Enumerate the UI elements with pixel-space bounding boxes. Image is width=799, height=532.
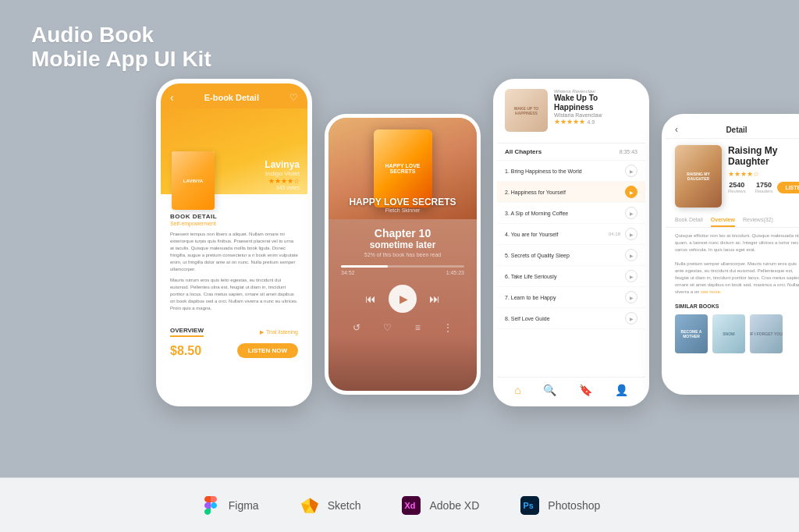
tab-book-detail[interactable]: Book Detail bbox=[675, 214, 703, 227]
trial-listening-btn[interactable]: ▶ Trial listening bbox=[260, 329, 298, 335]
overview-row: OVERVIEW ▶ Trial listening bbox=[170, 327, 298, 337]
chapter-sub: sometime later bbox=[335, 239, 471, 250]
chapter-3-play[interactable]: ▶ bbox=[625, 207, 637, 219]
tab-reviews[interactable]: Reviews(32) bbox=[743, 214, 773, 227]
playback-controls: ⏮ ▶ ⏭ bbox=[328, 280, 477, 317]
chapter-7-play[interactable]: ▶ bbox=[625, 291, 637, 303]
chapter-info: Chapter 10 sometime later 52% of this bo… bbox=[328, 219, 477, 261]
similar-book-1[interactable]: BECOME A MOTHER bbox=[675, 314, 708, 353]
chapter-5-play[interactable]: ▶ bbox=[625, 249, 637, 261]
heart-icon[interactable]: ♡ bbox=[383, 322, 392, 333]
featured-book-image: WAKE UP TO HAPPINESS bbox=[505, 89, 548, 132]
detail-header-title: Detail bbox=[726, 126, 747, 134]
photoshop-tool[interactable]: Ps Photoshop bbox=[518, 494, 600, 517]
figma-icon bbox=[199, 494, 222, 517]
book-description1: Praesent tempus non libero a aliquet. Nu… bbox=[170, 231, 298, 273]
similar-book-2-label: SNOW bbox=[723, 332, 735, 336]
chapter-title: Chapter 10 bbox=[335, 227, 471, 239]
similar-book-3-label: IF I FORGET YOU bbox=[750, 332, 783, 336]
time-current: 34:52 bbox=[341, 270, 355, 275]
sketch-icon bbox=[298, 494, 321, 517]
book-subtitle: Indigo Violet bbox=[265, 170, 300, 177]
loop-icon[interactable]: ↺ bbox=[353, 322, 360, 333]
more-options-icon[interactable]: ⋮ bbox=[795, 124, 799, 135]
detail-book-title: Raising My Daughter bbox=[728, 145, 799, 168]
progress-text: 52% of this book has been read bbox=[335, 252, 471, 257]
book-description2: Mauris rutrum eros quis leito egestas, e… bbox=[170, 277, 298, 312]
chapter-5-name: 5. Secrets of Quality Sleep bbox=[505, 253, 625, 258]
heart-icon[interactable]: ♡ bbox=[289, 92, 298, 103]
chapter-1-play[interactable]: ▶ bbox=[625, 165, 637, 177]
chapter-4-dur: 04:18 bbox=[609, 232, 620, 236]
forward-icon[interactable]: ⏭ bbox=[429, 293, 440, 305]
phone1-header: ‹ E-book Detail ♡ bbox=[161, 83, 307, 108]
chapter-2-play[interactable]: ▶ bbox=[625, 186, 637, 198]
listen-now-button[interactable]: LISTEN NOW bbox=[237, 343, 298, 358]
user-nav-icon[interactable]: 👤 bbox=[615, 384, 628, 396]
rewind-icon[interactable]: ⏮ bbox=[365, 293, 376, 305]
chapter-3-name: 3. A Sip of Morning Coffee bbox=[505, 211, 625, 216]
chapter-6-name: 6. Take Life Seriously bbox=[505, 274, 625, 279]
book-content-section: RAISING MY DAUGHTER Raising My Daughter … bbox=[666, 139, 799, 214]
chapter-item-3[interactable]: 3. A Sip of Morning Coffee ▶ bbox=[497, 203, 645, 224]
bottom-nav: ⌂ 🔍 🔖 👤 bbox=[497, 377, 645, 403]
reviews-label: Reviews bbox=[728, 189, 746, 193]
list-icon[interactable]: ≡ bbox=[415, 322, 421, 333]
chapter-4-name: 4. You are for Yourself bbox=[505, 232, 609, 237]
play-pause-button[interactable]: ▶ bbox=[389, 285, 417, 313]
detail-tabs: Book Detail Overview Reviews(32) bbox=[666, 214, 799, 228]
book-cover-image: LAVINYA bbox=[172, 151, 215, 210]
chapters-total-time: 8:35:43 bbox=[620, 149, 637, 154]
readers-count: 1750 bbox=[755, 181, 773, 189]
playing-book-image: HAPPY LOVE SECRETS bbox=[374, 129, 432, 207]
detail-stars: ★★★★☆ bbox=[728, 170, 799, 178]
adobexd-tool[interactable]: Xd Adobe XD bbox=[400, 494, 479, 517]
book-cover-label: LAVINYA bbox=[182, 177, 204, 185]
playing-book-author: Fletch Skinner bbox=[328, 207, 477, 213]
chapter-item-1[interactable]: 1. Bring Happiness to the World ▶ bbox=[497, 161, 645, 182]
featured-stars: ★★★★★ 4.9 bbox=[554, 118, 637, 126]
book-description: Quisque efficitur non leo at tincidunt. … bbox=[666, 228, 799, 300]
vote-count: 345 votes bbox=[265, 185, 300, 190]
chapter-6-play[interactable]: ▶ bbox=[625, 270, 637, 282]
similar-books-header: SIMILAR BOOKS » bbox=[666, 300, 799, 311]
star-rating: ★★★★☆ bbox=[265, 177, 300, 185]
progress-fill bbox=[341, 265, 388, 268]
similar-book-3[interactable]: IF I FORGET YOU bbox=[750, 314, 783, 353]
now-playing-cover: HAPPY LOVE SECRETS HAPPY LOVE SECRETS Fl… bbox=[328, 118, 477, 219]
time-display: 34:52 1:45:23 bbox=[341, 270, 464, 275]
adobexd-label: Adobe XD bbox=[429, 499, 479, 512]
tab-overview[interactable]: Overview bbox=[711, 214, 735, 227]
featured-title: Wake Up To Happiness bbox=[554, 94, 637, 112]
search-nav-icon[interactable]: 🔍 bbox=[543, 384, 556, 396]
chapter-item-8[interactable]: 8. Self Love Guide ▶ bbox=[497, 308, 645, 329]
back-icon[interactable]: ‹ bbox=[675, 124, 678, 135]
see-more-link[interactable]: see more. bbox=[701, 289, 722, 294]
figma-tool[interactable]: Figma bbox=[199, 494, 259, 517]
book-price: $8.50 bbox=[170, 344, 201, 358]
chapter-item-5[interactable]: 5. Secrets of Quality Sleep ▶ bbox=[497, 245, 645, 266]
similar-label-text: SIMILAR BOOKS bbox=[675, 303, 719, 309]
listen-button[interactable]: LISTEN bbox=[777, 182, 799, 193]
photoshop-label: Photoshop bbox=[548, 499, 600, 512]
back-arrow-icon[interactable]: ‹ bbox=[170, 91, 174, 104]
sketch-tool[interactable]: Sketch bbox=[298, 494, 361, 517]
similar-book-2[interactable]: SNOW bbox=[712, 314, 745, 353]
chapter-8-play[interactable]: ▶ bbox=[625, 312, 637, 325]
progress-bar[interactable] bbox=[341, 265, 464, 268]
chapters-list: 1. Bring Happiness to the World ▶ 2. Hap… bbox=[497, 161, 645, 377]
chapter-item-7[interactable]: 7. Learn to be Happy ▶ bbox=[497, 287, 645, 308]
chapter-item-6[interactable]: 6. Take Life Seriously ▶ bbox=[497, 266, 645, 287]
bookmark-nav-icon[interactable]: 🔖 bbox=[579, 384, 592, 396]
chapter-item-4[interactable]: 4. You are for Yourself 04:18 ▶ bbox=[497, 224, 645, 245]
home-nav-icon[interactable]: ⌂ bbox=[514, 384, 520, 396]
progress-bar-section[interactable]: 34:52 1:45:23 bbox=[328, 261, 477, 280]
more-icon[interactable]: ⋮ bbox=[443, 322, 453, 333]
similar-books-thumbnails: BECOME A MOTHER SNOW IF I FORGET YOU bbox=[666, 311, 799, 356]
chapter-item-2[interactable]: 2. Happiness for Yourself ▶ bbox=[497, 182, 645, 203]
svg-text:Ps: Ps bbox=[524, 500, 534, 509]
book-cover-inner: LAVINYA bbox=[172, 151, 215, 210]
phone1-book-info: Lavinya Indigo Violet ★★★★☆ 345 votes bbox=[265, 159, 300, 190]
stats-listen-row: 2540 Reviews 1750 Readers LISTEN bbox=[728, 181, 799, 193]
chapter-4-play[interactable]: ▶ bbox=[625, 228, 637, 240]
